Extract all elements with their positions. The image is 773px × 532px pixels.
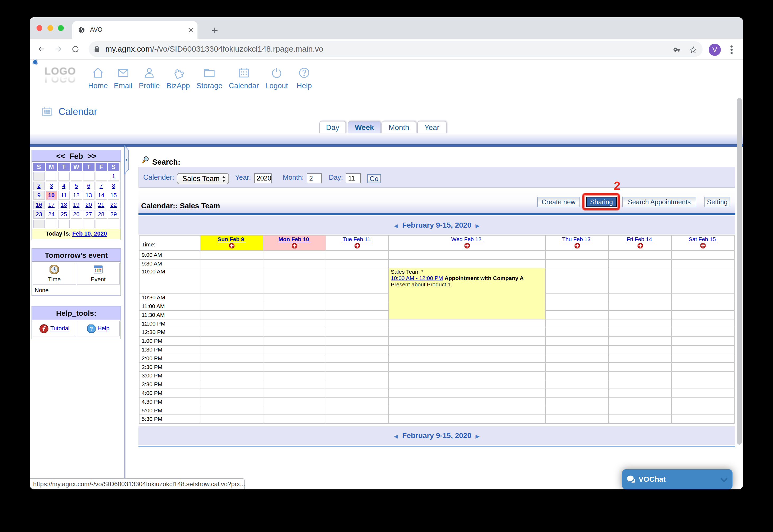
svg-text:?: ? <box>90 326 93 332</box>
